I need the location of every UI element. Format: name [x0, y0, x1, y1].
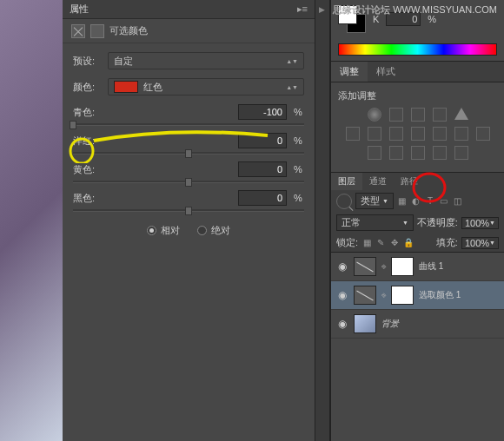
mask-icon[interactable] [90, 24, 104, 38]
spectrum-bar[interactable] [338, 43, 497, 56]
link-icon: ⎆ [381, 291, 386, 299]
tab-channels[interactable]: 通道 [362, 173, 394, 190]
visibility-icon[interactable]: ◉ [336, 260, 348, 273]
threshold2-icon[interactable] [411, 146, 425, 160]
selective-color-icon [71, 24, 85, 38]
visibility-icon[interactable]: ◉ [336, 318, 348, 330]
panel-menu-icon[interactable]: ▸≡ [297, 3, 308, 15]
color-label: 颜色: [73, 81, 103, 94]
cyan-slider[interactable] [73, 123, 304, 126]
sub-title: 可选颜色 [109, 24, 148, 37]
magenta-label: 洋红: [73, 135, 108, 148]
yellow-label: 黄色: [73, 163, 108, 176]
yellow-slider[interactable] [73, 181, 304, 183]
layer-selective-color[interactable]: ◉ ⎆ 选取颜色 1 [331, 281, 504, 310]
magenta-slider[interactable] [73, 152, 304, 155]
filter-kind-select[interactable]: 类型▼ [355, 193, 394, 209]
image-edge [0, 0, 63, 441]
curves-icon[interactable] [411, 108, 425, 122]
link-icon: ⎆ [381, 262, 386, 271]
add-adjustment-label: 添加调整 [338, 89, 497, 102]
bw-icon[interactable] [411, 127, 425, 141]
levels-icon[interactable] [389, 108, 403, 122]
absolute-radio[interactable]: 绝对 [197, 224, 230, 237]
gradient-map-icon[interactable] [454, 146, 468, 160]
filter-adjust-icon[interactable]: ◐ [411, 196, 421, 207]
photo-filter-icon[interactable] [433, 127, 447, 141]
relative-radio[interactable]: 相对 [147, 224, 180, 237]
tab-paths[interactable]: 路径 [394, 173, 425, 190]
fill-label: 填充: [436, 236, 458, 249]
lock-position-icon[interactable]: ✥ [389, 238, 400, 248]
lock-label: 锁定: [336, 236, 358, 249]
color-swatch [114, 81, 138, 93]
tab-layers[interactable]: 图层 [331, 173, 362, 190]
color-select[interactable]: 红色 ▲▼ [108, 78, 304, 95]
panel-title: 属性 [70, 3, 89, 16]
opacity-input[interactable]: 100%▼ [461, 217, 499, 229]
properties-panel: 属性 ▸≡ 可选颜色 预设: 自定 ▲▼ 颜色: 红色 ▲▼ 青色: [63, 0, 315, 441]
tab-styles[interactable]: 样式 [368, 62, 404, 82]
threshold-icon[interactable] [454, 108, 468, 120]
panel-header: 属性 ▸≡ [63, 0, 315, 19]
sub-header: 可选颜色 [63, 19, 315, 43]
cyan-label: 青色: [73, 106, 108, 119]
lookup-icon[interactable] [476, 127, 490, 141]
posterize-icon[interactable] [389, 146, 403, 160]
brightness-icon[interactable] [368, 108, 381, 122]
black-input[interactable] [238, 190, 287, 206]
filter-search-icon[interactable] [336, 194, 352, 209]
curves-thumb [354, 257, 376, 276]
selective-thumb [354, 286, 376, 305]
blend-mode-select[interactable]: 正常▼ [336, 214, 414, 231]
cyan-input[interactable] [238, 104, 287, 120]
vibrance-icon[interactable] [346, 127, 360, 141]
lock-all-icon[interactable]: 🔒 [403, 238, 414, 248]
background-thumb [354, 314, 376, 333]
invert-icon[interactable] [368, 146, 381, 160]
selective-color-adj-icon[interactable] [433, 146, 447, 160]
hue-icon[interactable] [368, 127, 381, 141]
right-column: K % 调整 样式 添加调整 [330, 0, 504, 441]
watermark: 思缘设计论坛 WWW.MISSYUAN.COM [333, 3, 497, 16]
yellow-input[interactable] [238, 161, 287, 177]
lock-pixels-icon[interactable]: ✎ [375, 238, 386, 248]
preset-label: 预设: [73, 55, 103, 68]
exposure-icon[interactable] [433, 108, 447, 122]
preset-select[interactable]: 自定 ▲▼ [108, 52, 304, 69]
filter-pixel-icon[interactable]: ▦ [397, 196, 408, 207]
black-label: 黑色: [73, 192, 108, 205]
filter-type-icon[interactable]: T [425, 196, 435, 207]
black-slider[interactable] [73, 209, 304, 212]
mask-thumb [391, 257, 414, 276]
tab-adjustments[interactable]: 调整 [331, 62, 368, 82]
layer-curves[interactable]: ◉ ⎆ 曲线 1 [331, 253, 504, 281]
layer-background[interactable]: ◉ 背景 [331, 310, 504, 339]
visibility-icon[interactable]: ◉ [336, 289, 348, 301]
collapse-strip[interactable]: ▶ [315, 0, 330, 441]
lock-transparent-icon[interactable]: ▦ [361, 238, 372, 248]
fill-input[interactable]: 100%▼ [461, 237, 499, 249]
magenta-input[interactable] [238, 133, 287, 148]
channel-mixer-icon[interactable] [454, 127, 468, 141]
color-balance-icon[interactable] [389, 127, 403, 141]
opacity-label: 不透明度: [417, 216, 458, 229]
mask-thumb [391, 286, 414, 305]
filter-shape-icon[interactable]: ▭ [439, 196, 449, 207]
filter-smart-icon[interactable]: ◫ [453, 196, 463, 207]
